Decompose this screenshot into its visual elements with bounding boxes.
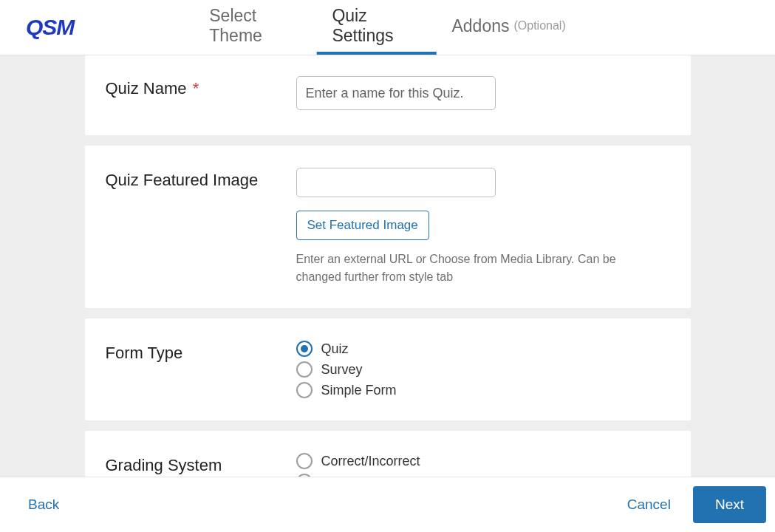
header-bar: QSM Select Theme Quiz Settings Addons (O… (0, 0, 775, 55)
brand-logo: QSM (26, 15, 74, 40)
featured-image-input[interactable] (296, 168, 496, 197)
tab-quiz-settings[interactable]: Quiz Settings (316, 0, 436, 55)
tab-strip: Select Theme Quiz Settings Addons (Optio… (194, 0, 581, 55)
grading-system-label: Grading System (106, 456, 222, 474)
form-type-option-simple-form[interactable]: Simple Form (296, 382, 670, 398)
card-quiz-name: Quiz Name * (85, 55, 691, 135)
tab-label: Select Theme (209, 6, 301, 46)
footer-right-group: Cancel Next (627, 486, 766, 523)
form-type-radio-group: Quiz Survey Simple Form (296, 341, 670, 398)
field-label: Quiz Featured Image (106, 168, 296, 286)
form-type-option-survey[interactable]: Survey (296, 361, 670, 378)
field-label: Quiz Name * (106, 76, 296, 113)
form-type-label: Form Type (106, 344, 183, 362)
radio-label: Correct/Incorrect (321, 454, 420, 469)
quiz-name-input[interactable] (296, 76, 496, 110)
card-featured-image: Quiz Featured Image Set Featured Image E… (85, 146, 691, 308)
field-body: Set Featured Image Enter an external URL… (296, 168, 670, 286)
required-mark: * (193, 79, 199, 98)
cancel-button[interactable]: Cancel (627, 497, 671, 513)
tab-label: Quiz Settings (332, 6, 420, 46)
footer-bar: Back Cancel Next (0, 477, 775, 532)
featured-image-help-text: Enter an external URL or Choose from Med… (296, 250, 643, 286)
set-featured-image-button[interactable]: Set Featured Image (296, 211, 429, 240)
tab-addons[interactable]: Addons (Optional) (436, 0, 581, 55)
radio-icon (296, 361, 313, 378)
grading-system-radio-group: Correct/Incorrect Points Both (296, 453, 670, 477)
grading-option-correct-incorrect[interactable]: Correct/Incorrect (296, 453, 670, 469)
card-grading-system: Grading System Correct/Incorrect Points … (85, 431, 691, 477)
radio-icon (296, 341, 313, 357)
radio-label: Simple Form (321, 383, 397, 398)
quiz-name-label: Quiz Name (106, 79, 187, 98)
field-label: Grading System (106, 453, 296, 477)
radio-label: Survey (321, 362, 363, 378)
tab-select-theme[interactable]: Select Theme (194, 0, 316, 55)
content-scroll[interactable]: Quiz Name * Quiz Featured Image Set Feat… (0, 55, 775, 477)
radio-label: Quiz (321, 341, 349, 357)
featured-image-label: Quiz Featured Image (106, 171, 259, 189)
next-button[interactable]: Next (693, 486, 766, 523)
field-body (296, 76, 670, 113)
tab-label: Addons (451, 16, 509, 36)
back-button[interactable]: Back (28, 497, 59, 513)
radio-icon (296, 382, 313, 398)
form-type-option-quiz[interactable]: Quiz (296, 341, 670, 357)
card-form-type: Form Type Quiz Survey Simple Form (85, 318, 691, 420)
radio-icon (296, 453, 313, 469)
tab-optional-badge: (Optional) (514, 19, 566, 33)
field-label: Form Type (106, 341, 296, 398)
